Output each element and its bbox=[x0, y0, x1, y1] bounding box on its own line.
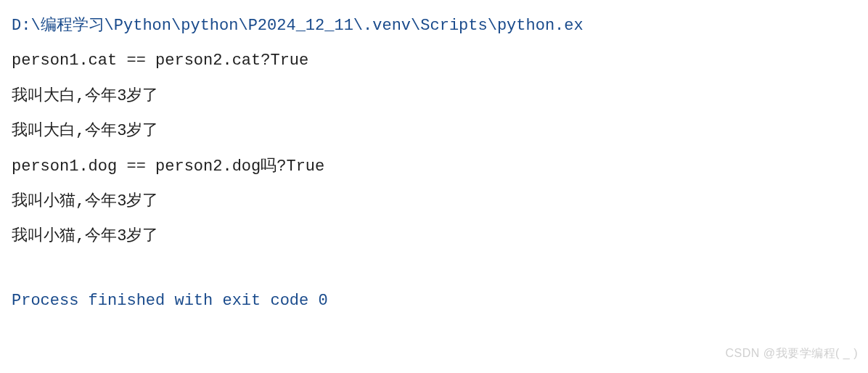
output-line: 我叫小猫,今年3岁了 bbox=[12, 184, 856, 219]
output-line: 我叫大白,今年3岁了 bbox=[12, 79, 856, 114]
watermark-text: CSDN @我要学编程( _ ) bbox=[726, 340, 858, 366]
python-executable-path: D:\编程学习\Python\python\P2024_12_11\.venv\… bbox=[12, 9, 856, 44]
console-output-area: D:\编程学习\Python\python\P2024_12_11\.venv\… bbox=[12, 9, 856, 319]
process-exit-message: Process finished with exit code 0 bbox=[12, 284, 856, 319]
output-line: person1.cat == person2.cat?True bbox=[12, 44, 856, 78]
output-line: 我叫小猫,今年3岁了 bbox=[12, 219, 856, 254]
output-line: 我叫大白,今年3岁了 bbox=[12, 114, 856, 149]
output-line: person1.dog == person2.dog吗?True bbox=[12, 149, 856, 184]
